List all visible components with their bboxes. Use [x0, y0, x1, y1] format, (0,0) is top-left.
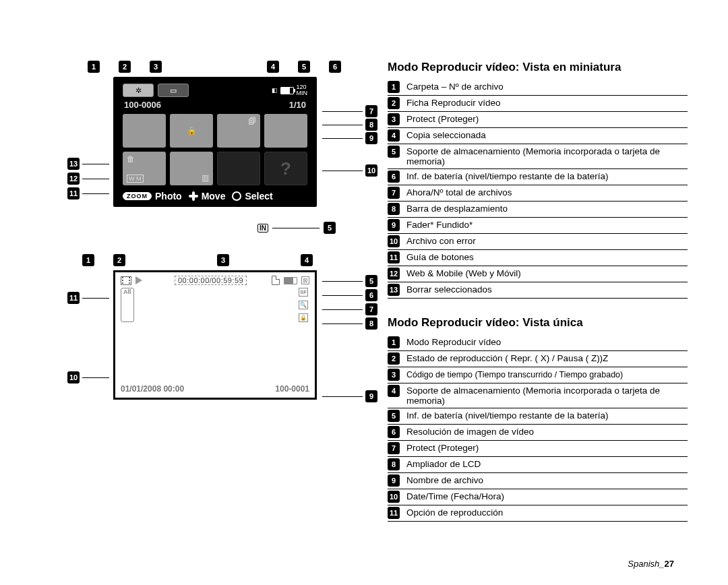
enhancer-icon: 🔍	[299, 301, 308, 309]
thumb-6[interactable]: ▥	[170, 152, 213, 185]
screen1-left-callouts: 13 12 11	[67, 77, 109, 199]
callout-8: 8	[365, 119, 377, 131]
in-label: IN	[257, 224, 268, 233]
l2-6: 6	[388, 426, 400, 438]
right-legend-column: Modo Reproducir vídeo: Vista en miniatur…	[388, 61, 688, 522]
l1-3: 3	[388, 113, 400, 125]
callout-2: 2	[119, 61, 131, 73]
error-icon: ?	[280, 158, 291, 179]
l2-4: 4	[388, 385, 400, 397]
tab-video-icon: ✲	[123, 84, 154, 97]
lock-icon: 🔒	[187, 126, 197, 135]
l1-6: 6	[388, 171, 400, 183]
thumb-5[interactable]: 🗑W M	[123, 152, 166, 185]
l2-10: 10	[388, 491, 400, 503]
section2-title: Modo Reproducir vídeo: Vista única	[388, 316, 688, 330]
section1-title: Modo Reproducir vídeo: Vista en miniatur…	[388, 61, 688, 74]
play-icon	[135, 276, 142, 284]
thumb-1[interactable]	[123, 114, 166, 148]
left-diagram-column: 1 2 3 4 5 6 13 12 11 ✲ ▭	[67, 61, 377, 522]
battery-icon-2	[284, 277, 297, 284]
callout-1: 1	[88, 61, 100, 73]
screen2-right-callouts: 5 6 7 8 9	[322, 270, 377, 402]
thumb-8-error[interactable]: ?	[264, 152, 307, 185]
screen2-left-callouts: 11 10	[67, 270, 109, 383]
zoom-pill: ZOOM	[123, 192, 152, 200]
l2-3: 3	[388, 369, 400, 381]
thumbnail-view-screen: ✲ ▭ ◧ 120MIN 100-0006 1/10 🔒 �	[113, 77, 317, 207]
card-icon: ◧	[272, 87, 278, 94]
thumb-7[interactable]	[217, 152, 260, 185]
l1-7: 7	[388, 187, 400, 199]
s2-callout-10: 10	[67, 371, 80, 383]
footer-lang: Spanish	[628, 559, 659, 569]
filename: 100-0001	[275, 384, 309, 394]
screen2-top-callouts: 1 2 3 4	[82, 254, 377, 266]
button-guide: ZOOMPhoto Move Select	[120, 188, 310, 202]
callout-9: 9	[365, 132, 377, 144]
s2-callout-11: 11	[67, 292, 80, 304]
thumb-2[interactable]: 🔒	[170, 114, 213, 148]
move-icon	[189, 191, 198, 201]
battery-icon	[280, 87, 294, 94]
film-icon	[121, 276, 131, 285]
footer-page: 27	[665, 559, 674, 569]
s2-callout-3: 3	[217, 254, 229, 266]
l2-2: 2	[388, 352, 400, 365]
all-label: All	[121, 288, 134, 322]
thumb-3[interactable]: 🗐	[217, 114, 260, 148]
protect-icon: 🔒	[299, 313, 308, 322]
l2-7: 7	[388, 442, 400, 454]
folder-number: 100-0006	[124, 100, 161, 110]
s2-callout-6: 6	[365, 289, 377, 301]
thumb-4[interactable]	[264, 114, 307, 148]
s2-callout-9: 9	[365, 390, 377, 402]
screen1-top-callouts: 1 2 3 4 5 6	[88, 61, 377, 73]
callout-3: 3	[150, 61, 162, 73]
legend-2: 1Modo Reproducir vídeo 2Estado de reprod…	[388, 335, 688, 522]
callout-10: 10	[365, 164, 377, 177]
fader-icon: ▥	[202, 173, 209, 183]
s2-callout-2: 2	[113, 254, 125, 266]
in-indicator-line: IN 5	[67, 222, 336, 234]
l2-8: 8	[388, 458, 400, 470]
screen1-wrap: 13 12 11 ✲ ▭ ◧ 120MIN 100-0	[67, 77, 377, 207]
l1-10: 10	[388, 235, 400, 247]
l2-5: 5	[388, 410, 400, 422]
legend-1: 1Carpeta – Nº de archivo 2Ficha Reproduc…	[388, 80, 688, 299]
tab-photo-icon: ▭	[158, 84, 189, 97]
s2-callout-4: 4	[301, 254, 313, 266]
single-view-screen: 00:00:00/00:59:59 ⊠ All SF 🔍 🔒 01/01/200…	[113, 270, 317, 400]
l2-11: 11	[388, 507, 400, 519]
page-indicator: 1/10	[289, 100, 306, 110]
l1-9: 9	[388, 219, 400, 231]
datetime: 01/01/2008 00:00	[121, 384, 184, 394]
callout-13: 13	[67, 158, 80, 170]
manual-page: 1 2 3 4 5 6 13 12 11 ✲ ▭	[0, 0, 728, 542]
copy-icon: 🗐	[248, 117, 256, 126]
callout-11: 11	[67, 187, 80, 199]
s2-callout-7: 7	[365, 303, 377, 315]
l1-12: 12	[388, 268, 400, 280]
thumbnail-grid: 🔒 🗐 🗑W M ▥ ?	[120, 111, 310, 188]
select-icon	[232, 191, 241, 201]
l1-11: 11	[388, 251, 400, 264]
l2-1: 1	[388, 336, 400, 348]
callout-12: 12	[67, 173, 80, 185]
callout-6: 6	[329, 61, 341, 73]
batt-unit: MIN	[297, 90, 308, 96]
l1-2: 2	[388, 97, 400, 109]
callout-5b: 5	[324, 222, 336, 234]
page-footer: Spanish_27	[628, 559, 674, 569]
btn-move: Move	[202, 191, 226, 202]
l1-4: 4	[388, 129, 400, 142]
l1-8: 8	[388, 203, 400, 215]
l1-13: 13	[388, 284, 400, 296]
card-icon	[272, 276, 280, 285]
timecode: 00:00:00/00:59:59	[175, 276, 247, 285]
callout-7: 7	[365, 105, 377, 117]
l2-9: 9	[388, 474, 400, 487]
callout-5: 5	[298, 61, 310, 73]
screen1-right-callouts: 7 8 9 10	[322, 77, 377, 177]
l1-1: 1	[388, 81, 400, 93]
